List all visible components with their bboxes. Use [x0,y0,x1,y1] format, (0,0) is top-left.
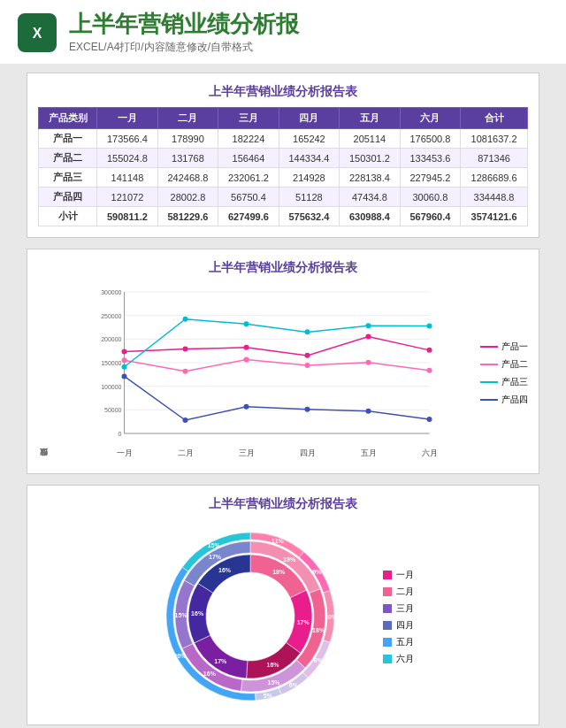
donut-chart-title: 上半年营销业绩分析报告表 [38,496,528,512]
svg-text:6%: 6% [288,682,298,688]
table-cell: 产品四 [39,188,97,207]
header-text: 上半年营销业绩分析报 EXCEL/A4打印/内容随意修改/自带格式 [69,11,299,55]
svg-text:300000: 300000 [101,289,121,295]
line-chart-title: 上半年营销业绩分析报告表 [38,260,528,276]
svg-point-45 [305,407,310,412]
table-header-cell: 二月 [157,108,218,129]
table-cell: 178990 [157,129,218,149]
svg-point-26 [244,345,249,350]
svg-text:三月: 三月 [239,448,255,457]
table-cell: 228138.4 [340,168,400,188]
table-cell: 590811.2 [97,207,157,226]
table-cell: 150301.2 [340,149,400,168]
main-title: 上半年营销业绩分析报 [69,11,299,38]
table-cell: 165242 [279,129,339,149]
legend-item: 产品二 [480,358,528,371]
svg-text:16%: 16% [218,568,232,574]
svg-text:X: X [33,26,42,41]
table-row: 产品二155024.8131768156464144334.4150301.21… [39,149,528,168]
table-cell: 产品三 [39,168,97,188]
svg-point-29 [427,348,432,353]
table-cell: 1286689.6 [461,168,528,188]
line-chart-section: 上半年营销业绩分析报告表 业绩数据 3000002500002000001500… [27,249,539,474]
svg-text:一月: 一月 [117,448,133,457]
svg-text:8%: 8% [313,657,323,663]
chart-area: 业绩数据 30000025000020000015000010000050000… [38,283,528,463]
svg-point-32 [244,357,249,363]
table-header-cell: 产品类别 [39,108,97,129]
table-cell: 334448.8 [461,188,528,207]
table-cell: 242468.8 [157,168,218,188]
page-header: X 上半年营销业绩分析报 EXCEL/A4打印/内容随意修改/自带格式 [0,0,566,64]
svg-text:5%: 5% [263,693,272,699]
svg-text:10%: 10% [324,614,337,620]
donut-legend-item: 六月 [383,653,414,665]
main-content: 上半年营销业绩分析报告表 产品类别一月二月三月四月五月六月合计 产品一17356… [0,64,566,728]
table-cell: 28002.8 [157,188,218,207]
table-cell: 3574121.6 [461,207,528,226]
donut-chart-section: 上半年营销业绩分析报告表 18%17%16%17%16%16%19%18%15%… [27,485,539,725]
svg-point-35 [427,368,432,373]
table-cell: 627499.6 [218,207,279,226]
table-cell: 575632.4 [279,207,339,226]
svg-point-33 [305,363,310,368]
table-cell: 131768 [157,149,218,168]
svg-text:六月: 六月 [422,448,438,457]
table-header-cell: 三月 [218,108,279,129]
table-cell: 133453.6 [400,149,460,168]
table-cell: 155024.8 [97,149,157,168]
table-cell: 51128 [279,188,339,207]
svg-point-34 [366,360,371,365]
table-row: 产品三141148242468.8232061.2214928228138.42… [39,168,528,188]
excel-icon: X [18,13,57,52]
svg-text:15%: 15% [207,542,220,548]
svg-point-31 [183,369,188,374]
svg-text:四月: 四月 [300,448,316,457]
svg-text:11%: 11% [271,539,284,545]
legend-item: 产品一 [480,341,528,353]
subtitle: EXCEL/A4打印/内容随意修改/自带格式 [69,40,299,55]
svg-point-39 [305,330,310,335]
table-cell: 182224 [218,129,279,149]
svg-point-37 [183,317,188,322]
table-cell: 产品一 [39,129,97,149]
svg-text:150000: 150000 [101,360,121,366]
table-cell: 214928 [279,168,339,188]
svg-point-25 [183,347,188,352]
table-header-cell: 四月 [279,108,339,129]
table-row: 产品四12107228002.856750.45112847434.830060… [39,188,528,207]
donut-legend-item: 三月 [383,602,414,615]
svg-point-46 [366,409,371,414]
svg-text:50000: 50000 [104,408,122,414]
table-cell: 1081637.2 [461,129,528,149]
svg-text:36%: 36% [173,653,187,659]
table-title: 上半年营销业绩分析报告表 [38,84,528,100]
svg-text:19%: 19% [283,556,296,563]
svg-text:17%: 17% [209,555,222,561]
svg-text:200000: 200000 [101,337,121,343]
table-header-cell: 合计 [461,108,528,129]
svg-point-44 [244,404,249,410]
svg-text:9%: 9% [312,569,322,575]
svg-point-28 [366,334,371,340]
table-cell: 581229.6 [157,207,218,226]
table-body: 产品一173566.417899018222416524220511417650… [39,129,528,226]
donut-section: 18%17%16%17%16%16%19%18%15%16%15%17%11%9… [38,519,528,714]
table-header-cell: 五月 [340,108,400,129]
svg-point-24 [122,349,127,355]
svg-text:0: 0 [119,431,122,437]
svg-point-38 [244,321,249,326]
table-row: 产品一173566.417899018222416524220511417650… [39,129,528,149]
line-chart-legend: 产品一产品二产品三产品四 [473,283,528,463]
svg-text:250000: 250000 [101,313,121,319]
svg-text:17%: 17% [214,658,227,664]
table-cell: 121072 [97,188,157,207]
donut-legend-item: 二月 [383,586,414,598]
legend-item: 产品四 [480,394,528,406]
table-cell: 176500.8 [400,129,460,149]
svg-text:17%: 17% [296,619,310,625]
legend-item: 产品三 [480,376,528,388]
table-cell: 205114 [340,129,400,149]
table-row: 小计590811.2581229.6627499.6575632.4630988… [39,207,528,226]
svg-point-41 [427,324,432,329]
